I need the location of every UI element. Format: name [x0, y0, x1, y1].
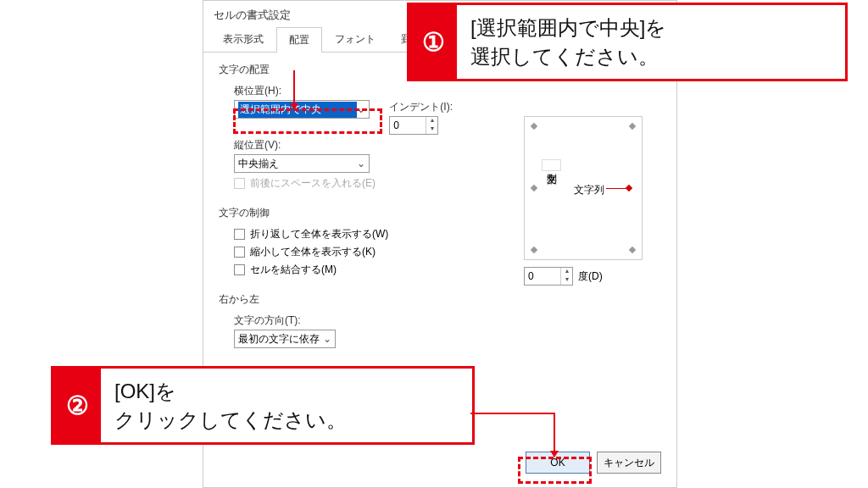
chevron-down-icon: ⌄	[357, 103, 365, 115]
dialog-body: 文字の配置 横位置(H): 選択範囲内で中央 ⌄ インデント(I): 0 ▴▾ …	[203, 53, 676, 374]
spin-down-icon[interactable]: ▾	[560, 276, 572, 285]
text-direction-value: 最初の文字に依存	[238, 332, 323, 347]
wrap-label: 折り返して全体を表示する(W)	[250, 227, 388, 241]
indent-label: インデント(I):	[389, 100, 453, 114]
spin-down-icon[interactable]: ▾	[426, 125, 437, 134]
merge-checkbox[interactable]	[234, 264, 245, 275]
text-alignment-legend: 文字の配置	[219, 63, 270, 80]
horizontal-label: 横位置(H):	[234, 84, 661, 98]
indent-spinner[interactable]: 0 ▴▾	[389, 116, 438, 135]
orientation-preview: 文字列 文字列 0 ▴▾ 度(D)	[524, 116, 659, 286]
merge-label: セルを結合する(M)	[250, 263, 337, 277]
rtl-group: 右から左 文字の方向(T): 最初の文字に依存 ⌄	[219, 292, 661, 352]
text-control-legend: 文字の制御	[219, 206, 270, 224]
vertical-alignment-select[interactable]: 中央揃え ⌄	[234, 154, 370, 173]
callout-2: ② [OK]を クリックしてください。	[51, 366, 475, 445]
orientation-box[interactable]: 文字列 文字列	[524, 116, 643, 260]
callout-1: ① [選択範囲内で中央]を 選択してください。	[407, 3, 848, 81]
shrink-label: 縮小して全体を表示する(K)	[250, 245, 376, 259]
degree-spinner[interactable]: 0 ▴▾	[524, 267, 573, 286]
tab-alignment[interactable]: 配置	[276, 27, 322, 53]
rtl-legend: 右から左	[219, 292, 259, 310]
chevron-down-icon: ⌄	[323, 333, 331, 345]
text-direction-select[interactable]: 最初の文字に依存 ⌄	[234, 330, 336, 348]
arrow-2-h	[470, 413, 555, 414]
callout-1-number: ①	[409, 5, 457, 79]
chevron-down-icon: ⌄	[357, 158, 365, 169]
horizontal-alignment-select[interactable]: 選択範囲内で中央 ⌄	[234, 100, 370, 119]
distribute-label: 前後にスペースを入れる(E)	[250, 176, 376, 191]
orientation-htext: 文字列	[574, 183, 604, 197]
tab-font[interactable]: フォント	[322, 26, 388, 52]
dialog-buttons: OK キャンセル	[526, 452, 661, 474]
arrow-2-v	[554, 413, 555, 457]
diamond-icon	[629, 123, 636, 130]
arrow-1	[293, 70, 295, 109]
cancel-button[interactable]: キャンセル	[597, 452, 661, 474]
distribute-checkbox	[234, 178, 245, 189]
diamond-icon	[531, 247, 537, 253]
diamond-icon	[629, 247, 636, 253]
vertical-alignment-value: 中央揃え	[238, 157, 357, 171]
direction-label: 文字の方向(T):	[234, 313, 661, 328]
orientation-vtext: 文字列	[542, 159, 561, 171]
tab-number-format[interactable]: 表示形式	[210, 26, 276, 52]
degree-label: 度(D)	[578, 269, 603, 284]
shrink-checkbox[interactable]	[234, 247, 245, 258]
diamond-icon	[531, 123, 537, 130]
orientation-line	[606, 188, 632, 189]
callout-2-number: ②	[53, 369, 101, 442]
callout-1-text: [選択範囲内で中央]を 選択してください。	[457, 5, 680, 79]
degree-value: 0	[525, 270, 560, 282]
wrap-checkbox[interactable]	[234, 229, 245, 240]
diamond-icon	[531, 185, 537, 191]
callout-2-text: [OK]を クリックしてください。	[101, 369, 360, 442]
indent-value: 0	[390, 119, 426, 131]
